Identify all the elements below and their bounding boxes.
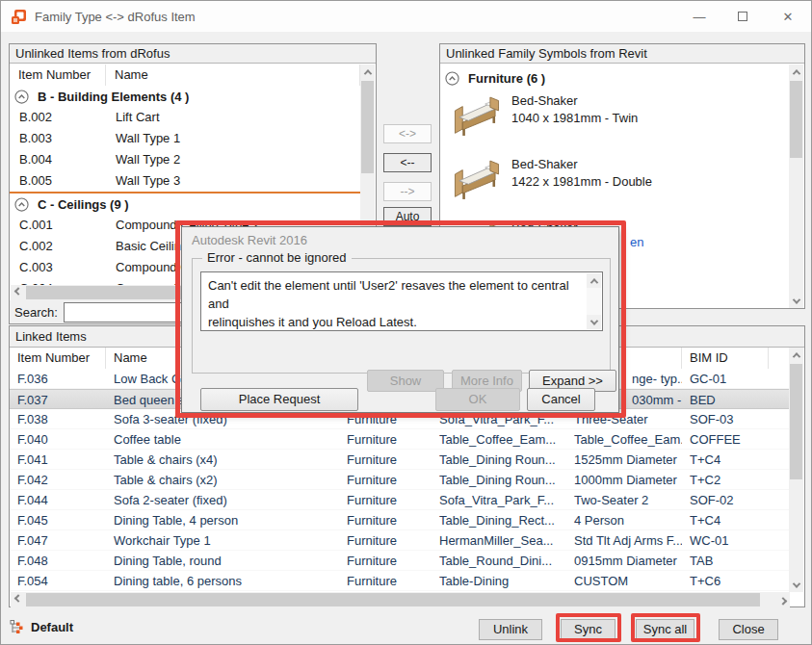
scrollbar-thumb[interactable]	[790, 364, 802, 479]
item-number-cell: F.047	[10, 530, 106, 550]
linked-horizontal-scrollbar[interactable]	[11, 592, 790, 607]
collapse-icon[interactable]	[445, 71, 459, 86]
bim-id-cell: SOF-02	[682, 490, 769, 509]
column-item-number[interactable]: Item Number	[10, 64, 106, 86]
sync-all-button[interactable]: Sync all	[636, 619, 694, 640]
family-symbol-item[interactable]: Bed-Shaker1040 x 1981mm - Twin	[440, 89, 787, 152]
type-cell: Two-Seater 2	[566, 490, 682, 509]
table-row[interactable]: F.045Dining Table, 4 personFurnitureTabl…	[10, 510, 790, 530]
type-cell: 0915mm Diameter	[566, 551, 682, 570]
item-number-cell: B.002	[10, 107, 106, 128]
item-name-cell: Wall Type 1	[106, 128, 360, 149]
profile-name: Default	[31, 620, 73, 634]
collapse-icon[interactable]	[14, 197, 29, 212]
bim-id-cell: T+C2	[682, 470, 769, 489]
auto-link-button[interactable]: Auto	[383, 207, 432, 226]
category-cell: Furniture	[339, 551, 432, 570]
scroll-left-icon	[13, 594, 21, 602]
unlink-button[interactable]: Unlink	[479, 619, 542, 640]
group-header[interactable]: C - Ceilings (9 )	[10, 194, 360, 215]
item-number-cell: C.001	[10, 215, 106, 236]
family-symbol-item[interactable]: Bed-Shaker1422 x 1981mm - Double	[440, 152, 787, 216]
column-name[interactable]: Name	[106, 64, 360, 86]
scroll-up-icon	[792, 352, 799, 360]
type-cell: CUSTOM	[566, 571, 682, 590]
maximize-icon	[738, 12, 747, 21]
linked-vertical-scrollbar[interactable]	[789, 348, 803, 592]
name-cell: Table & chairs (x4)	[106, 450, 339, 469]
category-cell: Furniture	[339, 510, 432, 529]
bim-id-cell: T+C6	[682, 571, 769, 590]
list-item[interactable]: B.002Lift Cart	[10, 107, 360, 128]
family-name: Bed-Shaker	[511, 92, 638, 110]
table-row[interactable]: F.041Table & chairs (x4)FurnitureTable_D…	[10, 450, 790, 470]
app-window: Family Type <-> dRofus Item — ✕ Unlinked…	[0, 0, 812, 645]
name-cell: Dining Table, round	[106, 551, 339, 570]
category-cell: Furniture	[339, 429, 432, 449]
error-groupbox: Error - cannot be ignored Can't edit the…	[192, 258, 611, 374]
right-vertical-scrollbar[interactable]	[789, 64, 803, 308]
item-number-cell: C.003	[10, 257, 106, 278]
sync-button[interactable]: Sync	[561, 619, 616, 640]
unlinked-items-panel-title: Unlinked Items from dRofus	[10, 44, 376, 64]
column-bim-id[interactable]: BIM ID	[682, 348, 769, 369]
table-row[interactable]: F.054Dining table, 6 personsFurnitureTab…	[10, 571, 790, 591]
close-dialog-button[interactable]: Close	[719, 619, 778, 640]
group-label: Furniture (6 )	[468, 71, 545, 86]
bottom-bar: Default Unlink Sync Sync all Close	[1, 609, 811, 645]
family-cell: HermanMiller_Sea...	[432, 530, 566, 550]
close-button[interactable]: ✕	[772, 5, 804, 28]
family-name: Bed-Shaker	[511, 156, 652, 173]
drofus-app-icon	[11, 9, 27, 25]
family-cell: Table_Coffee_Eam...	[432, 429, 566, 449]
collapse-icon[interactable]	[14, 90, 29, 104]
name-cell: Coffee table	[106, 429, 339, 449]
type-cell: 4 Person	[566, 510, 682, 529]
bed-thumbnail-icon	[452, 94, 502, 139]
family-cell: Table_Dining Roun...	[432, 450, 566, 469]
type-cell: 1525mm Diameter	[566, 450, 682, 469]
item-number-cell: F.045	[10, 510, 106, 529]
move-left-button[interactable]: <--	[383, 153, 432, 172]
item-number-cell: F.040	[10, 429, 106, 449]
name-cell: Dining table, 6 persons	[106, 571, 339, 590]
bim-id-cell: T+C4	[682, 510, 769, 529]
bim-id-cell: SOF-03	[682, 409, 769, 428]
family-symbol-text: Bed-Shaker1040 x 1981mm - Twin	[511, 92, 638, 152]
table-row[interactable]: F.040Coffee tableFurnitureTable_Coffee_E…	[10, 429, 790, 450]
scroll-down-icon	[589, 317, 597, 324]
table-row[interactable]: F.044Sofa 2-seater (fixed)FurnitureSofa_…	[10, 490, 790, 510]
scroll-up-icon	[363, 69, 371, 77]
scroll-down-icon	[792, 580, 799, 587]
profile-selector[interactable]: Default	[9, 619, 73, 635]
group-header-furniture[interactable]: Furniture (6 )	[440, 67, 804, 89]
cancel-button[interactable]: Cancel	[527, 388, 595, 411]
message-scrollbar[interactable]	[587, 273, 601, 329]
error-groupbox-title: Error - cannot be ignored	[202, 250, 352, 265]
table-row[interactable]: F.048Dining Table, roundFurnitureTable_R…	[10, 551, 790, 571]
item-number-cell: F.054	[10, 571, 106, 590]
error-message-box: Can't edit the element until 'User2' res…	[200, 271, 603, 331]
category-cell: Furniture	[339, 490, 432, 509]
place-request-button[interactable]: Place Request	[200, 388, 358, 411]
list-item[interactable]: B.005Wall Type 3	[10, 170, 360, 192]
list-item[interactable]: B.003Wall Type 1	[10, 128, 360, 149]
scrollbar-thumb[interactable]	[790, 81, 802, 158]
family-cell: Table_Dining Roun...	[432, 470, 566, 489]
scrollbar-thumb[interactable]	[361, 81, 374, 173]
table-row[interactable]: F.047Workchair Type 1FurnitureHermanMill…	[10, 530, 790, 551]
type-cell: 1000mm Diameter	[566, 470, 682, 489]
column-item-number[interactable]: Item Number	[10, 348, 106, 369]
scrollbar-thumb[interactable]	[26, 593, 760, 606]
bed-thumbnail-icon	[452, 158, 502, 202]
minimize-button[interactable]: —	[685, 5, 714, 28]
bim-id-cell: GC-01	[682, 369, 769, 388]
item-number-cell: B.003	[10, 128, 106, 149]
maximize-button[interactable]	[728, 5, 757, 28]
group-header[interactable]: B - Building Elements (4 )	[10, 86, 360, 107]
table-row[interactable]: F.042Table & chairs (x2)FurnitureTable_D…	[10, 470, 790, 490]
ok-button: OK	[435, 388, 520, 411]
list-item[interactable]: B.004Wall Type 2	[10, 149, 360, 170]
bim-id-cell: COFFEE	[682, 429, 769, 449]
link-both-button: <->	[383, 124, 432, 143]
